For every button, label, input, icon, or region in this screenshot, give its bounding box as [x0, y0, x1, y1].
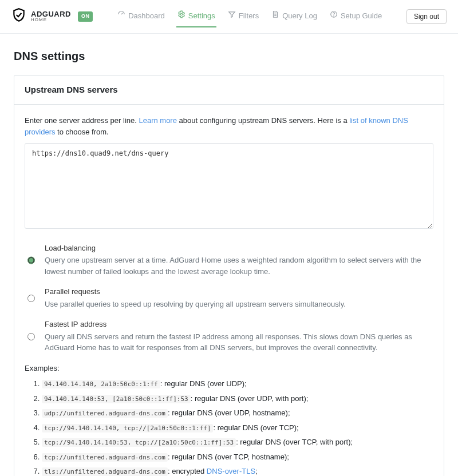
nav-dashboard[interactable]: Dashboard: [116, 6, 166, 27]
list-item: tcp://94.140.14.140, tcp://[2a10:50c0::1…: [42, 422, 429, 434]
page-title: DNS settings: [14, 47, 444, 65]
radio-label: Load-balancing: [45, 243, 433, 254]
radio-label: Parallel requests: [45, 286, 346, 298]
brand[interactable]: ADGUARD HOME ON: [11, 7, 93, 26]
status-badge: ON: [78, 11, 93, 22]
nav-query-log[interactable]: Query Log: [270, 6, 318, 27]
radio-label: Fastest IP address: [45, 319, 433, 330]
funnel-icon: [228, 10, 236, 22]
radio-desc: Query all DNS servers and return the fas…: [45, 331, 433, 354]
nav-label: Dashboard: [128, 10, 165, 22]
learn-more-link[interactable]: Learn more: [139, 116, 176, 125]
brand-sub: HOME: [31, 18, 71, 22]
gear-icon: [177, 10, 185, 22]
nav-label: Settings: [188, 10, 215, 22]
mode-fastest-ip[interactable]: Fastest IP address Query all DNS servers…: [25, 319, 433, 354]
list-item: tcp://unfiltered.adguard-dns.com: regula…: [42, 451, 429, 463]
help-icon: [330, 10, 338, 22]
nav-label: Filters: [239, 10, 259, 22]
nav-filters[interactable]: Filters: [227, 6, 260, 27]
list-item: 94.140.14.140, 2a10:50c0::1:ff: regular …: [42, 378, 429, 390]
nav-label: Setup Guide: [341, 10, 382, 22]
sign-out-button[interactable]: Sign out: [406, 9, 447, 24]
radio-desc: Query one upstream server at a time. AdG…: [45, 255, 433, 277]
main-nav: Dashboard Settings Filters Query Log Set…: [116, 6, 383, 27]
nav-label: Query Log: [282, 10, 317, 22]
list-item: tcp://94.140.14.140:53, tcp://[2a10:50c0…: [42, 437, 429, 448]
examples-title: Examples:: [25, 363, 433, 374]
list-item: 94.140.14.140:53, [2a10:50c0::1:ff]:53: …: [42, 393, 429, 404]
list-item: tls://unfiltered.adguard-dns.com: encryp…: [42, 466, 429, 476]
radio-input[interactable]: [27, 287, 35, 310]
app-header: ADGUARD HOME ON Dashboard Settings Filte…: [0, 0, 458, 34]
mode-load-balancing[interactable]: Load-balancing Query one upstream server…: [25, 243, 433, 277]
document-icon: [271, 10, 279, 22]
shield-icon: [11, 7, 26, 26]
list-item: udp://unfiltered.adguard-dns.com: regula…: [42, 407, 429, 419]
intro-text: Enter one server address per line. Learn…: [25, 115, 433, 137]
radio-input[interactable]: [27, 244, 35, 277]
nav-settings[interactable]: Settings: [176, 6, 216, 27]
radio-input[interactable]: [27, 320, 35, 354]
svg-point-2: [334, 16, 334, 17]
svg-point-0: [180, 13, 183, 15]
examples-list: 94.140.14.140, 2a10:50c0::1:ff: regular …: [29, 378, 429, 476]
radio-desc: Use parallel queries to speed up resolvi…: [45, 299, 346, 310]
gauge-icon: [117, 10, 125, 22]
upstreams-textarea[interactable]: [25, 143, 433, 229]
upstream-card: Upstream DNS servers Enter one server ad…: [14, 75, 444, 477]
page: DNS settings Upstream DNS servers Enter …: [0, 34, 458, 477]
mode-parallel[interactable]: Parallel requests Use parallel queries t…: [25, 286, 433, 310]
upstream-mode-group: Load-balancing Query one upstream server…: [25, 243, 433, 354]
nav-setup-guide[interactable]: Setup Guide: [329, 6, 383, 27]
card-title: Upstream DNS servers: [14, 76, 444, 105]
dns-over-tls-link[interactable]: DNS-over-TLS: [207, 467, 255, 475]
